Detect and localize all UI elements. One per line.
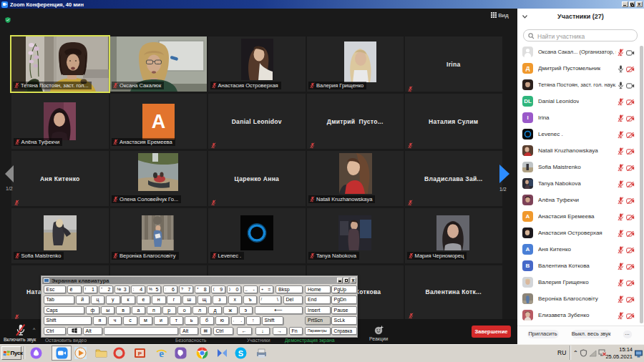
svg-text:S: S — [238, 349, 243, 358]
svg-text:e: e — [159, 348, 164, 359]
svg-text:P: P — [138, 351, 142, 357]
